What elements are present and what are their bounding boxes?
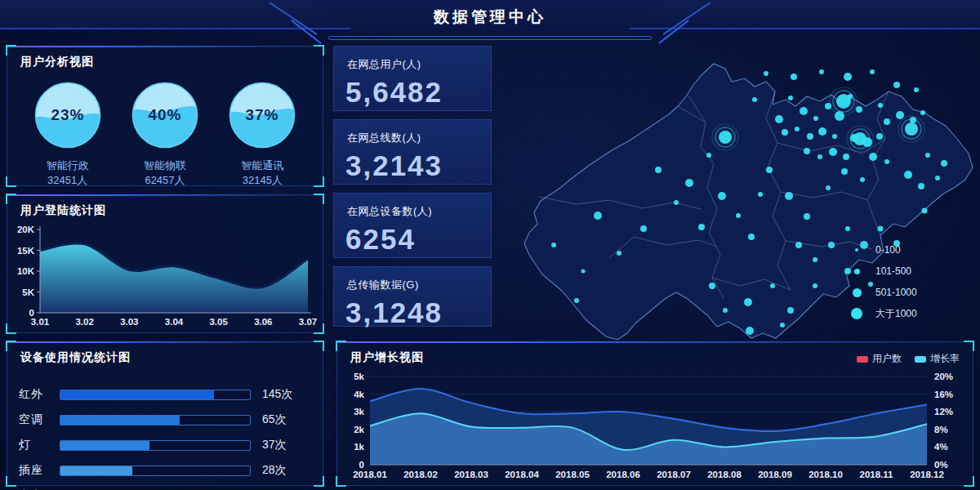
gauge-circle: 37%	[228, 81, 296, 149]
map-point	[748, 234, 755, 240]
x-axis-tick-label: 3.04	[165, 317, 184, 327]
map-legend-label: 大于1000	[875, 307, 917, 321]
map-point	[841, 168, 848, 175]
stat-card-value: 6254	[334, 220, 491, 264]
map-legend-item: 101-500	[849, 263, 917, 279]
header-decoration	[328, 36, 652, 40]
legend-item-users[interactable]: 用户数	[857, 352, 902, 366]
panel-device-usage: 设备使用情况统计图 红外145次空调65次灯37次插座28次窗帘24次	[7, 341, 323, 486]
map-legend-dot	[855, 248, 858, 252]
map-point	[736, 213, 741, 218]
x-axis-tick-label: 2018.06	[606, 470, 640, 479]
x-axis-tick-label: 2018.09	[758, 470, 792, 479]
map-point	[706, 153, 711, 158]
map-point	[869, 153, 877, 161]
map-point	[870, 69, 875, 74]
panel-title: 用户登陆统计图	[7, 195, 323, 221]
map-legend-item: 大于1000	[849, 305, 917, 322]
map-point	[878, 226, 884, 232]
y-axis-right-tick-label: 20%	[934, 372, 953, 381]
map-point	[904, 171, 912, 179]
gauge-name: 智能通讯	[220, 158, 305, 173]
corner-bracket	[314, 341, 324, 351]
panel-user-growth: 用户增长视图 用户数增长率 01k2k3k4k5k0%4%8%12%16%20%…	[336, 341, 973, 486]
map-point	[744, 298, 752, 306]
x-axis-tick-label: 2018.04	[505, 470, 539, 479]
map-point	[813, 257, 817, 262]
growth-area-chart: 01k2k3k4k5k0%4%8%12%16%20%2018.012018.02…	[337, 368, 966, 483]
bar-row: 红外145次	[19, 387, 306, 402]
map-point	[920, 110, 925, 115]
gauge-count: 32145人	[220, 173, 305, 188]
map-legend-dot	[851, 308, 862, 319]
legend-swatch	[915, 356, 926, 363]
bar-track	[60, 390, 251, 400]
map-point	[551, 243, 556, 247]
gauge-label: 智能行政32451人	[25, 158, 110, 187]
corner-bracket	[314, 323, 324, 334]
corner-bracket	[6, 176, 16, 187]
bar-value-label: 145次	[262, 387, 306, 402]
map-point	[914, 87, 919, 92]
map-point	[674, 200, 679, 205]
dashboard-stage: 数据管理中心 0-100101-500501-1000大于1000 用户分析视图…	[0, 0, 980, 490]
map-point	[788, 96, 793, 100]
panel-user-analysis: 用户分析视图 23%智能行政32451人40%智能物联62457人37%智能通讯…	[7, 46, 323, 186]
map-point	[804, 148, 810, 154]
map-point	[698, 224, 705, 230]
map-point	[775, 115, 783, 123]
map-point	[935, 176, 940, 180]
map-point	[764, 71, 768, 76]
stat-card-label: 在网总设备数(人)	[334, 194, 491, 220]
corner-bracket	[314, 176, 324, 187]
map-point	[813, 283, 817, 288]
y-axis-right-tick-label: 12%	[934, 407, 953, 416]
map-point	[617, 251, 621, 256]
gauge-count: 62457人	[122, 173, 207, 188]
bar-category-label: 灯	[19, 438, 60, 452]
map-point	[828, 242, 835, 248]
corner-bracket	[336, 341, 346, 351]
corner-bracket	[314, 476, 324, 487]
map-point	[800, 107, 808, 115]
map-point	[782, 129, 788, 136]
map-legend-label: 501-1000	[875, 287, 917, 298]
stat-card-label: 在网总线数(人)	[334, 120, 491, 147]
y-axis-left-tick-label: 1k	[354, 442, 364, 452]
stat-card-value: 3,1248	[334, 294, 491, 337]
map-point	[918, 183, 924, 189]
map-point	[804, 213, 810, 220]
x-axis-tick-label: 2018.03	[454, 470, 488, 479]
stat-card: 在网总线数(人)3,2143	[333, 119, 492, 185]
bar-track	[60, 415, 251, 425]
map-point	[941, 160, 947, 167]
y-axis-left-tick-label: 3k	[354, 407, 364, 416]
y-axis-left-tick-label: 5k	[354, 372, 364, 381]
legend-item-growth-rate[interactable]: 增长率	[915, 352, 960, 366]
map-point	[829, 148, 837, 156]
map-point	[719, 131, 732, 144]
map-point	[876, 133, 883, 140]
y-axis-left-tick-label: 2k	[354, 425, 364, 434]
bar-chart: 红外145次空调65次灯37次插座28次窗帘24次	[7, 368, 323, 490]
map-legend-item: 501-1000	[849, 284, 917, 301]
stat-card: 总传输数据(G)3,1248	[333, 266, 492, 327]
map-point	[594, 212, 602, 220]
liquid-gauge: 40%智能物联62457人	[122, 81, 207, 187]
corner-bracket	[314, 194, 324, 204]
corner-bracket	[6, 323, 16, 334]
x-axis-tick-label: 2018.10	[808, 470, 843, 479]
bar-value-label: 28次	[262, 463, 306, 478]
map-legend-dot	[854, 269, 860, 274]
login-area-chart: 05K10K15K20K3.013.023.033.043.053.063.07	[7, 221, 318, 331]
map-point	[723, 308, 728, 313]
gauge-circle: 23%	[33, 81, 102, 149]
y-axis-right-tick-label: 4%	[934, 442, 948, 452]
map-point	[795, 242, 802, 248]
y-axis-right-tick-label: 16%	[934, 390, 953, 399]
stat-card-value: 5,6482	[334, 74, 491, 117]
map-point	[925, 153, 930, 158]
bar-fill	[60, 441, 149, 450]
map-point	[581, 270, 586, 274]
x-axis-tick-label: 2018.12	[910, 470, 944, 479]
